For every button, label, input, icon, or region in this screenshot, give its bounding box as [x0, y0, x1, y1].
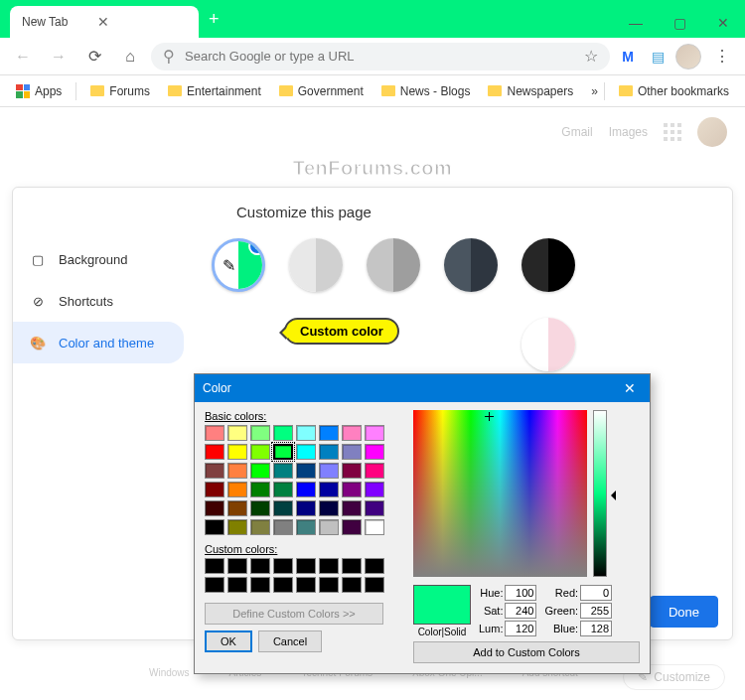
home-icon[interactable]: ⌂ [115, 42, 145, 71]
apps-shortcut[interactable]: Apps [8, 80, 70, 102]
hue-input[interactable] [505, 585, 536, 601]
basic-color-swatch[interactable] [227, 500, 247, 516]
basic-color-swatch[interactable] [205, 463, 224, 479]
basic-color-swatch[interactable] [227, 425, 247, 441]
lum-input[interactable] [505, 621, 536, 636]
sidebar-item-color-theme[interactable]: 🎨 Color and theme [13, 322, 184, 363]
minimize-icon[interactable]: — [614, 8, 658, 38]
basic-color-swatch[interactable] [273, 519, 293, 535]
basic-color-swatch[interactable] [205, 444, 224, 460]
basic-color-swatch[interactable] [273, 444, 293, 460]
bookmark-newspapers[interactable]: Newspapers [480, 80, 581, 102]
back-icon[interactable]: ← [8, 42, 38, 71]
basic-color-swatch[interactable] [342, 482, 362, 497]
basic-color-swatch[interactable] [342, 444, 362, 460]
basic-color-swatch[interactable] [205, 425, 224, 441]
bookmark-government[interactable]: Government [271, 80, 372, 102]
basic-color-swatch[interactable] [205, 519, 224, 535]
url-input[interactable] [185, 49, 574, 64]
blue-input[interactable] [580, 621, 612, 636]
bookmark-entertainment[interactable]: Entertainment [160, 80, 269, 102]
maximize-icon[interactable]: ▢ [658, 8, 701, 38]
sat-input[interactable] [505, 603, 536, 619]
basic-color-swatch[interactable] [205, 482, 224, 497]
swatch-custom[interactable]: ✎ ✓ [212, 238, 265, 292]
sidebar-item-shortcuts[interactable]: ⊘ Shortcuts [13, 280, 184, 322]
basic-color-swatch[interactable] [205, 500, 224, 516]
basic-color-swatch[interactable] [365, 482, 384, 497]
swatch-black[interactable] [522, 238, 575, 292]
color-dialog-titlebar[interactable]: Color ✕ [195, 374, 650, 402]
basic-color-swatch[interactable] [273, 463, 293, 479]
sidebar-item-background[interactable]: ▢ Background [13, 238, 184, 280]
basic-color-swatch[interactable] [227, 482, 247, 497]
basic-color-swatch[interactable] [319, 425, 339, 441]
omnibox[interactable]: ⚲ ☆ [151, 43, 610, 70]
luminance-slider[interactable] [593, 410, 607, 577]
swatch-grey-light[interactable] [289, 238, 343, 292]
basic-color-swatch[interactable] [365, 500, 384, 516]
basic-color-swatch[interactable] [250, 519, 270, 535]
basic-color-swatch[interactable] [227, 519, 247, 535]
custom-colors-grid[interactable] [205, 558, 403, 593]
basic-color-swatch[interactable] [319, 500, 339, 516]
basic-color-swatch[interactable] [365, 425, 384, 441]
customize-done-button[interactable]: Done [650, 596, 718, 628]
images-link[interactable]: Images [609, 125, 648, 139]
color-ok-button[interactable]: OK [205, 630, 252, 652]
basic-color-swatch[interactable] [296, 519, 316, 535]
basic-color-swatch[interactable] [250, 482, 270, 497]
forward-icon[interactable]: → [44, 42, 74, 71]
hue-sat-picker[interactable] [413, 410, 587, 577]
close-window-icon[interactable]: ✕ [701, 8, 745, 38]
bookmark-news[interactable]: News - Blogs [373, 80, 479, 102]
basic-color-swatch[interactable] [319, 463, 339, 479]
basic-color-swatch[interactable] [296, 463, 316, 479]
bookmark-forums[interactable]: Forums [82, 80, 158, 102]
menu-icon[interactable]: ⋮ [707, 42, 737, 71]
basic-color-swatch[interactable] [296, 444, 316, 460]
basic-color-swatch[interactable] [273, 425, 293, 441]
basic-color-swatch[interactable] [227, 444, 247, 460]
basic-color-swatch[interactable] [250, 463, 270, 479]
account-avatar[interactable] [697, 117, 727, 147]
swatch-grey[interactable] [367, 238, 420, 292]
basic-color-swatch[interactable] [227, 463, 247, 479]
basic-color-swatch[interactable] [296, 425, 316, 441]
red-input[interactable] [580, 585, 612, 601]
ext-malwarebytes-icon[interactable]: M [616, 45, 640, 69]
star-icon[interactable]: ☆ [584, 47, 598, 66]
basic-color-swatch[interactable] [250, 500, 270, 516]
tab-close-icon[interactable]: ✕ [97, 14, 109, 30]
green-input[interactable] [580, 603, 612, 619]
add-to-custom-colors-button[interactable]: Add to Custom Colors [413, 641, 640, 663]
swatch-rose[interactable] [522, 318, 575, 371]
basic-color-swatch[interactable] [342, 463, 362, 479]
basic-color-swatch[interactable] [296, 500, 316, 516]
basic-color-swatch[interactable] [342, 519, 362, 535]
basic-color-swatch[interactable] [250, 444, 270, 460]
basic-color-swatch[interactable] [319, 444, 339, 460]
basic-color-swatch[interactable] [273, 482, 293, 497]
basic-color-swatch[interactable] [342, 500, 362, 516]
google-apps-icon[interactable] [664, 123, 681, 141]
basic-color-swatch[interactable] [319, 519, 339, 535]
ext-readaloud-icon[interactable]: ▤ [646, 45, 670, 69]
color-dialog-close-icon[interactable]: ✕ [618, 380, 642, 396]
bookmarks-overflow-icon[interactable]: » [591, 84, 598, 98]
gmail-link[interactable]: Gmail [561, 125, 592, 139]
basic-color-swatch[interactable] [250, 425, 270, 441]
swatch-dark-grey[interactable] [444, 238, 498, 292]
basic-color-swatch[interactable] [342, 425, 362, 441]
basic-color-swatch[interactable] [319, 482, 339, 497]
color-cancel-button[interactable]: Cancel [258, 630, 322, 652]
basic-colors-grid[interactable] [205, 425, 403, 535]
other-bookmarks[interactable]: Other bookmarks [611, 80, 737, 102]
basic-color-swatch[interactable] [365, 463, 384, 479]
reload-icon[interactable]: ⟳ [79, 42, 109, 71]
new-tab-button[interactable]: + [199, 9, 229, 30]
basic-color-swatch[interactable] [365, 444, 384, 460]
basic-color-swatch[interactable] [296, 482, 316, 497]
browser-tab[interactable]: New Tab ✕ [10, 6, 199, 38]
basic-color-swatch[interactable] [365, 519, 384, 535]
